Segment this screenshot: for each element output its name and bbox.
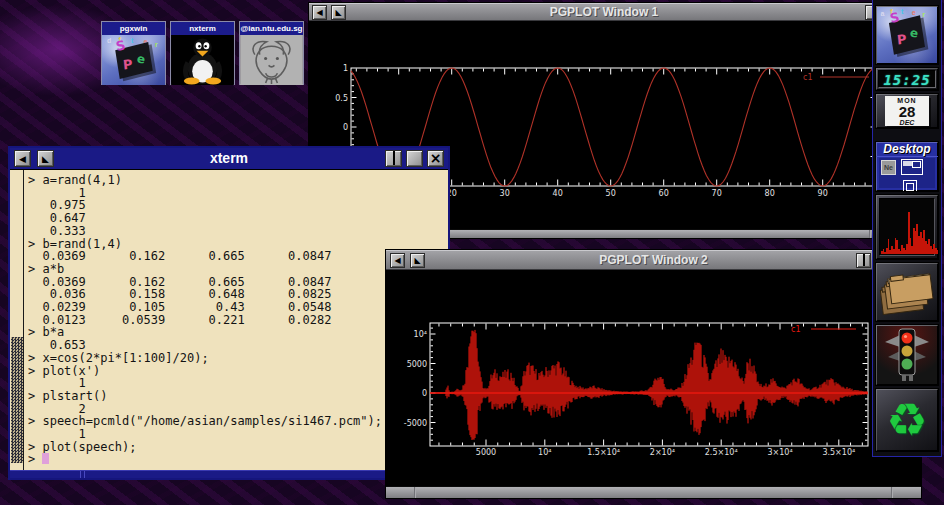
terminal-line: 0.647: [28, 212, 382, 225]
svg-text:0: 0: [343, 123, 348, 132]
iconify-button[interactable]: ◀: [390, 253, 405, 268]
shade-button[interactable]: ◣: [410, 253, 425, 268]
load-bar: [937, 250, 939, 254]
calendar-page: MON 28 DEC: [885, 96, 929, 126]
xterm-title-bar[interactable]: ◀ ◣ xterm ×: [10, 148, 448, 170]
wharf-calendar[interactable]: MON 28 DEC: [875, 93, 939, 129]
gnu-icon: [240, 35, 303, 85]
terminal-line: >: [28, 453, 382, 466]
afterstep-cube-icon: d f t e r SeP: [102, 35, 165, 85]
load-graph: [879, 198, 935, 256]
wharf-afterstep-logo[interactable]: a f t e r SeP: [875, 5, 939, 65]
terminal-line: 0.653: [28, 339, 382, 352]
recycle-icon: ♻: [876, 389, 938, 451]
terminal-scrollbar[interactable]: [10, 170, 24, 470]
calendar-date: 28: [885, 105, 929, 119]
terminal-line: > plstart(): [28, 390, 382, 403]
folders-icon: [877, 264, 937, 320]
maximize-glyph: [863, 253, 865, 266]
window1-title-bar[interactable]: ◀ ◣ PGPLOT Window 1: [309, 3, 899, 21]
maximize-glyph: [393, 151, 395, 165]
shade-button[interactable]: ◣: [37, 150, 54, 167]
wharf-load-monitor[interactable]: [875, 194, 939, 260]
svg-text:5000: 5000: [407, 360, 427, 369]
svg-text:90: 90: [818, 189, 828, 198]
wharf-clock[interactable]: 15:25: [875, 67, 939, 91]
svg-text:3.5×10⁴: 3.5×10⁴: [822, 448, 855, 457]
terminal-line: > x=cos(2*pi*[1:100]/20);: [28, 352, 382, 365]
window2-resize-bar[interactable]: [386, 486, 921, 498]
pager-label: Desktop: [876, 142, 938, 157]
svg-text:2×10⁴: 2×10⁴: [650, 448, 675, 457]
resize-handle-divider: [869, 230, 871, 238]
wharf-recycle-bin[interactable]: ♻: [875, 388, 939, 452]
desktop-background: ◀ ◣ PGPLOT Window 1 203040506070809010.5…: [0, 0, 944, 505]
svg-text:60: 60: [659, 189, 669, 198]
svg-text:1.5×10⁴: 1.5×10⁴: [587, 448, 620, 457]
wharf-dock: a f t e r SeP 15:25 MON 28 DEC Desktop: [872, 0, 942, 457]
pager-mini-window: [903, 180, 917, 192]
xterm-resize-bar[interactable]: [10, 470, 448, 478]
shade-button[interactable]: ◣: [331, 5, 346, 20]
terminal-line: > a*b: [28, 263, 382, 276]
svg-text:0.5: 0.5: [335, 94, 348, 103]
terminal-cursor: [42, 453, 49, 464]
iconify-button[interactable]: ◀: [312, 5, 327, 20]
terminal-content[interactable]: > a=rand(4,1) 1 0.975 0.647 0.333> b=ran…: [10, 170, 448, 470]
speech-waveform-chart: 500010⁴1.5×10⁴2×10⁴2.5×10⁴3×10⁴3.5×10⁴10…: [386, 270, 921, 486]
wharf-desktop-pager[interactable]: Desktop Ne: [875, 141, 939, 192]
terminal-line: 0.0369 0.162 0.665 0.0847: [28, 250, 382, 263]
icon-label: pgxwin: [102, 22, 165, 35]
pager-mini-window: [901, 159, 923, 175]
window2-canvas: 500010⁴1.5×10⁴2×10⁴2.5×10⁴3×10⁴3.5×10⁴10…: [386, 270, 921, 486]
svg-text:80: 80: [765, 189, 775, 198]
window1-title: PGPLOT Window 1: [309, 4, 899, 20]
terminal-line: > a=rand(4,1): [28, 174, 382, 187]
terminal-line: 0.333: [28, 225, 382, 238]
iconify-button[interactable]: ◀: [14, 150, 31, 167]
pager-mini-window: Ne: [881, 160, 896, 175]
maximize-button[interactable]: [856, 253, 871, 268]
penguin-icon: [171, 35, 234, 85]
wharf-file-manager[interactable]: [875, 262, 939, 322]
close-button[interactable]: ×: [427, 150, 444, 167]
svg-text:3×10⁴: 3×10⁴: [767, 448, 792, 457]
clock-display: 15:25: [878, 70, 936, 88]
terminal-line: 1: [28, 428, 382, 441]
xterm-title: xterm: [10, 148, 448, 169]
scrollbar-thumb[interactable]: [11, 337, 23, 463]
terminal-line: > plot(speech);: [28, 441, 382, 454]
svg-text:-5000: -5000: [404, 419, 427, 428]
svg-text:40: 40: [553, 189, 563, 198]
svg-text:5000: 5000: [476, 448, 496, 457]
svg-text:10⁴: 10⁴: [538, 448, 551, 457]
svg-text:10⁴: 10⁴: [414, 330, 427, 339]
resize-handle-divider: [891, 487, 893, 498]
desktop-icon-nxterm[interactable]: nxterm: [170, 21, 235, 85]
wharf-traffic-light[interactable]: [875, 324, 939, 386]
desktop-icon-remote-host[interactable]: @ian.ntu.edu.sg: [239, 21, 304, 85]
desktop-icon-pgxwin[interactable]: pgxwin d f t e r SeP: [101, 21, 166, 85]
window2-title-bar[interactable]: ◀ ◣ PGPLOT Window 2: [386, 250, 921, 270]
svg-text:30: 30: [500, 189, 510, 198]
resize-handle-divider: [80, 471, 81, 478]
pager-grid[interactable]: Ne: [879, 158, 935, 188]
minimize-button[interactable]: [406, 150, 423, 167]
window-xterm: ◀ ◣ xterm × > a=rand(4,1) 1 0.975 0.647 …: [8, 146, 450, 480]
afterstep-cube-icon: a f t e r SeP: [877, 7, 937, 63]
svg-text:70: 70: [712, 189, 722, 198]
window2-title: PGPLOT Window 2: [386, 251, 921, 269]
icon-label: nxterm: [171, 22, 234, 35]
terminal-output: > a=rand(4,1) 1 0.975 0.647 0.333> b=ran…: [28, 174, 382, 466]
svg-text:0: 0: [422, 389, 427, 398]
maximize-button[interactable]: [385, 150, 402, 167]
traffic-light-icon: [877, 326, 937, 384]
calendar-month: DEC: [885, 119, 929, 126]
window-pgplot-2: ◀ ◣ PGPLOT Window 2 500010⁴1.5×10⁴2×10⁴2…: [385, 249, 922, 499]
terminal-line: 0.0239 0.105 0.43 0.0548: [28, 301, 382, 314]
resize-handle-divider: [84, 471, 85, 478]
terminal-line: 0.0123 0.0539 0.221 0.0282: [28, 314, 382, 327]
svg-text:c1: c1: [791, 325, 801, 334]
resize-handle-divider: [414, 487, 416, 498]
svg-text:2.5×10⁴: 2.5×10⁴: [705, 448, 738, 457]
